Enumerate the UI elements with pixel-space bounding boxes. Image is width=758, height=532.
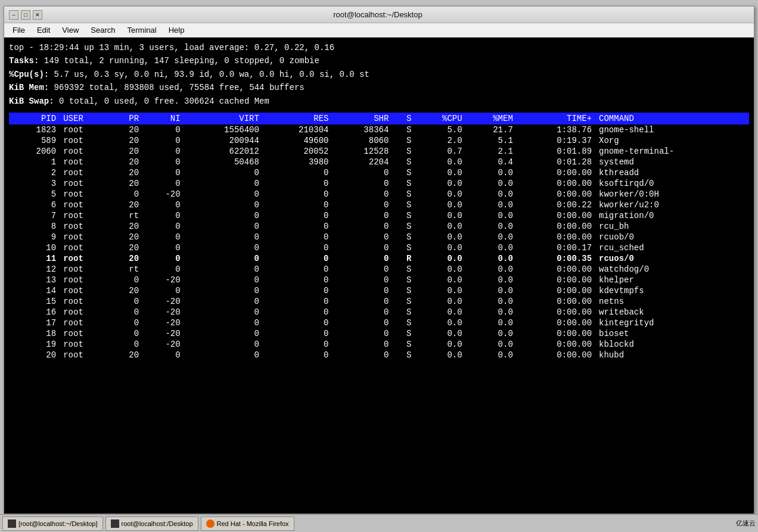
table-row: 9root200000S0.00.00:00.00rcuob/0 — [9, 232, 749, 242]
col-virt: VIRT — [184, 113, 263, 125]
table-row: 19root0-20000S0.00.00:00.00kblockd — [9, 339, 749, 350]
menu-search[interactable]: Search — [85, 24, 121, 36]
top-line2: Tasks: 149 total, 2 running, 147 sleepin… — [9, 54, 749, 67]
col-pr: PR — [110, 113, 142, 125]
table-row: 6root200000S0.00.00:00.22kworker/u2:0 — [9, 200, 749, 210]
taskbar: [root@localhost:~/Desktop] root@localhos… — [0, 514, 758, 532]
terminal-area[interactable]: top - 18:29:44 up 13 min, 3 users, load … — [4, 38, 754, 514]
window-controls[interactable]: – □ ✕ — [9, 10, 42, 20]
terminal-icon-1 — [111, 519, 119, 528]
table-row: 12rootrt0000S0.00.00:00.00watchdog/0 — [9, 264, 749, 275]
top-line3: %Cpu(s): 5.7 us, 0.3 sy, 0.0 ni, 93.9 id… — [9, 68, 749, 81]
top-stats: top - 18:29:44 up 13 min, 3 users, load … — [9, 41, 749, 108]
menu-terminal[interactable]: Terminal — [122, 24, 163, 36]
terminal-icon-0 — [8, 519, 16, 528]
taskbar-label-1: root@localhost:/Desktop — [122, 520, 193, 527]
col-pid: PID — [9, 113, 60, 125]
col-cmd: COMMAND — [595, 113, 749, 125]
table-row: 8root200000S0.00.00:00.00rcu_bh — [9, 221, 749, 232]
table-header-row: PID USER PR NI VIRT RES SHR S %CPU %MEM … — [9, 113, 749, 125]
col-res: RES — [263, 113, 333, 125]
table-row: 14root200000S0.00.00:00.00kdevtmpfs — [9, 285, 749, 296]
table-row: 13root0-20000S0.00.00:00.00khelper — [9, 275, 749, 285]
table-row: 1823root200155640021030438364S5.021.71:3… — [9, 125, 749, 135]
top-line5: KiB Swap: 0 total, 0 used, 0 free. 30662… — [9, 95, 749, 108]
firefox-icon — [206, 519, 215, 528]
brand-label: 亿速云 — [736, 519, 756, 528]
terminal-window: – □ ✕ root@localhost:~/Desktop File Edit… — [4, 6, 754, 514]
swap-label: KiB Swap: — [9, 97, 54, 106]
window-title: root@localhost:~/Desktop — [42, 10, 713, 19]
table-row: 5root0-20000S0.00.00:00.00kworker/0:0H — [9, 189, 749, 200]
table-row: 589root200200944496008060S2.05.10:19.37X… — [9, 135, 749, 146]
process-table: PID USER PR NI VIRT RES SHR S %CPU %MEM … — [9, 113, 749, 360]
table-row: 20root200000S0.00.00:00.00khubd — [9, 350, 749, 360]
cpu-label: %Cpu(s): — [9, 70, 49, 79]
col-shr: SHR — [332, 113, 392, 125]
taskbar-item-1[interactable]: root@localhost:/Desktop — [105, 517, 198, 531]
taskbar-right: 亿速云 — [736, 519, 756, 528]
top-line1: top - 18:29:44 up 13 min, 3 users, load … — [9, 41, 749, 54]
title-bar: – □ ✕ root@localhost:~/Desktop — [4, 7, 754, 23]
minimize-button[interactable]: – — [9, 10, 18, 20]
table-row: 1root2005046839802204S0.00.40:01.28syste… — [9, 157, 749, 167]
taskbar-label-2: Red Hat - Mozilla Firefox — [217, 520, 289, 527]
menu-edit[interactable]: Edit — [31, 24, 56, 36]
taskbar-item-2[interactable]: Red Hat - Mozilla Firefox — [201, 517, 294, 531]
col-ni: NI — [142, 113, 184, 125]
process-rows: 1823root200155640021030438364S5.021.71:3… — [9, 125, 749, 360]
table-row: 15root0-20000S0.00.00:00.00netns — [9, 296, 749, 307]
mem-label: KiB Mem: — [9, 83, 49, 92]
col-user: USER — [60, 113, 110, 125]
menu-view[interactable]: View — [56, 24, 85, 36]
menu-bar: File Edit View Search Terminal Help — [4, 23, 754, 38]
menu-file[interactable]: File — [7, 24, 31, 36]
table-row: 2060root2006220122005212528S0.72.10:01.8… — [9, 146, 749, 157]
col-s: S — [392, 113, 415, 125]
maximize-button[interactable]: □ — [21, 10, 30, 20]
table-row: 17root0-20000S0.00.00:00.00kintegrityd — [9, 318, 749, 328]
table-row: 18root0-20000S0.00.00:00.00bioset — [9, 328, 749, 339]
table-row: 3root200000S0.00.00:00.00ksoftirqd/0 — [9, 178, 749, 189]
table-row: 16root0-20000S0.00.00:00.00writeback — [9, 307, 749, 318]
top-line4: KiB Mem: 969392 total, 893808 used, 7558… — [9, 81, 749, 94]
taskbar-item-0[interactable]: [root@localhost:~/Desktop] — [2, 517, 103, 531]
menu-help[interactable]: Help — [163, 24, 191, 36]
col-cpu: %CPU — [415, 113, 465, 125]
table-row: 11root200000R0.00.00:00.35rcuos/0 — [9, 253, 749, 264]
tasks-label: Tasks: — [9, 56, 39, 66]
col-time: TIME+ — [517, 113, 595, 125]
table-row: 7rootrt0000S0.00.00:00.00migration/0 — [9, 210, 749, 221]
table-row: 2root200000S0.00.00:00.00kthreadd — [9, 167, 749, 178]
table-row: 10root200000S0.00.00:00.17rcu_sched — [9, 242, 749, 253]
taskbar-label-0: [root@localhost:~/Desktop] — [18, 520, 98, 527]
close-button[interactable]: ✕ — [33, 10, 42, 20]
col-mem: %MEM — [466, 113, 517, 125]
